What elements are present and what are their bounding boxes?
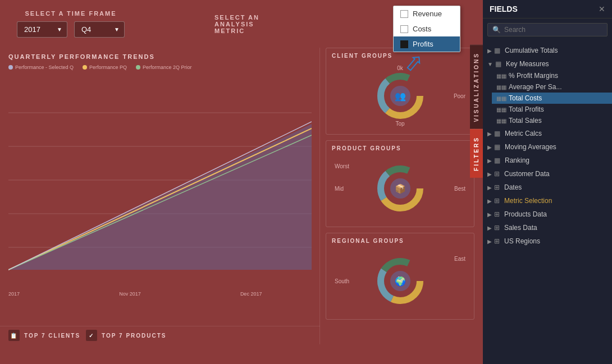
table-icon-pd: ⊞ <box>494 210 500 218</box>
client-groups: CLIENT GROUPS 0k Poor Top 👥 <box>326 48 474 135</box>
product-groups: PRODUCT GROUPS Worst Mid Best 📦 <box>326 140 474 227</box>
visualizations-tab[interactable]: VISUALIZATIONS <box>470 45 483 129</box>
field-group-metriccalcs-header[interactable]: ▶ ▦ Metric Calcs <box>483 127 612 140</box>
metric-section: SELECT ANANALYSISMETRIC <box>214 14 259 34</box>
expand-icon-sd: ▶ <box>487 225 492 231</box>
field-group-customerdata-header[interactable]: ▶ ⊞ Customer Data <box>483 168 612 180</box>
search-box: 🔍 <box>487 23 608 36</box>
timeframe-label: SELECT A TIME FRAME <box>25 10 116 17</box>
field-name-avg: Average Per Sa... <box>509 83 608 91</box>
revenue-checkbox <box>400 10 408 18</box>
x-label-0: 2017 <box>8 291 20 297</box>
fields-title: FIELDS <box>490 4 518 13</box>
metric-label: SELECT ANANALYSISMETRIC <box>214 14 259 34</box>
field-total-profits[interactable]: ▦▦ Total Profits <box>492 104 612 115</box>
costs-checkbox <box>400 25 408 33</box>
legend-dot-3 <box>136 65 140 70</box>
table-icon-ur: ⊞ <box>494 237 500 245</box>
time-frame-section: SELECT A TIME FRAME 2017 ▼ Q4 ▼ <box>17 10 125 38</box>
regional-groups: REGIONAL GROUPS South East 🌍 <box>326 233 474 320</box>
field-group-keymeasures: ▼ ▦ Key Measures ▦▦ % Profit Margins ▦▦ … <box>483 58 612 126</box>
table-icon-rk: ▦ <box>494 156 500 164</box>
performance-chart <box>8 73 312 287</box>
legend-item-3: Performance 2Q Prior <box>136 64 192 70</box>
client-donut: 0k Poor Top 👥 <box>332 62 468 130</box>
x-axis: 2017 Nov 2017 Dec 2017 <box>8 289 312 297</box>
table-icon-ms: ⊞ <box>494 197 500 205</box>
quarter-dropdown[interactable]: Q4 ▼ <box>74 21 125 38</box>
search-input[interactable] <box>504 26 602 34</box>
field-group-movingavg: ▶ ▦ Moving Averages <box>483 141 612 153</box>
regional-label-east: East <box>454 256 465 262</box>
field-icon-tp: ▦▦ <box>496 107 506 113</box>
bottom-products: ✓ TOP 7 PRODUCTS <box>86 330 166 341</box>
regional-label-south: South <box>335 278 349 284</box>
products-icon: ✓ <box>86 330 97 341</box>
field-group-customerdata-name: Customer Data <box>504 170 608 178</box>
fields-close-button[interactable]: ✕ <box>599 4 605 13</box>
metric-profits[interactable]: Profits <box>394 36 460 52</box>
field-group-ranking-header[interactable]: ▶ ▦ Ranking <box>483 154 612 167</box>
expand-icon-pd: ▶ <box>487 211 492 218</box>
bottom-row: 📋 TOP 7 CLIENTS ✓ TOP 7 PRODUCTS <box>0 326 320 344</box>
field-group-usregions-header[interactable]: ▶ ⊞ US Regions <box>483 235 612 247</box>
field-profit-margins[interactable]: ▦▦ % Profit Margins <box>492 70 612 81</box>
field-group-dates: ▶ ⊞ Dates <box>483 181 612 193</box>
x-label-2: Nov 2017 <box>119 291 141 297</box>
client-groups-title: CLIENT GROUPS <box>332 53 468 59</box>
filters-tab[interactable]: FILTERS <box>470 129 483 178</box>
table-icon-ma: ▦ <box>494 143 500 151</box>
side-tabs: VISUALIZATIONS FILTERS <box>470 45 483 178</box>
left-panel: SELECT A TIME FRAME 2017 ▼ Q4 ▼ SELECT A… <box>0 0 483 364</box>
field-group-salesdata-header[interactable]: ▶ ⊞ Sales Data <box>483 222 612 234</box>
client-label-bottom: Top <box>395 121 404 127</box>
field-group-cumulative-header[interactable]: ▶ ▦ Cumulative Totals <box>483 44 612 57</box>
right-section: CLIENT GROUPS 0k Poor Top 👥 PRODUCT GROU… <box>320 48 480 344</box>
product-groups-title: PRODUCT GROUPS <box>332 145 468 151</box>
profits-checkbox <box>400 40 408 48</box>
field-group-cumulative-name: Cumulative Totals <box>505 47 608 54</box>
expand-icon-km: ▼ <box>487 61 493 67</box>
field-group-ranking: ▶ ▦ Ranking <box>483 154 612 167</box>
field-name-tc: Total Costs <box>509 94 608 102</box>
field-group-movingavg-name: Moving Averages <box>505 143 608 151</box>
metric-costs[interactable]: Costs <box>394 21 460 36</box>
year-dropdown[interactable]: 2017 ▼ <box>17 21 67 38</box>
regional-groups-title: REGIONAL GROUPS <box>332 238 468 244</box>
legend-dot-1 <box>8 65 13 70</box>
field-avg-per-sale[interactable]: ▦▦ Average Per Sa... <box>492 81 612 93</box>
field-group-ranking-name: Ranking <box>505 156 608 164</box>
field-group-movingavg-header[interactable]: ▶ ▦ Moving Averages <box>483 141 612 153</box>
field-group-customerdata: ▶ ⊞ Customer Data <box>483 168 612 180</box>
field-name-tp: Total Profits <box>509 105 608 113</box>
field-group-keymeasures-header[interactable]: ▼ ▦ Key Measures <box>483 58 612 70</box>
key-measures-children: ▦▦ % Profit Margins ▦▦ Average Per Sa...… <box>483 70 612 126</box>
quarter-dropdown-arrow: ▼ <box>114 26 120 33</box>
legend-dot-2 <box>83 65 87 70</box>
field-group-metriccalcs-name: Metric Calcs <box>505 130 608 137</box>
main-content: QUARTERLY PERFORMANCE TRENDS Performance… <box>0 48 483 344</box>
clients-icon: 📋 <box>8 330 20 341</box>
field-group-metricselection-header[interactable]: ▶ ⊞ Metric Selection <box>483 195 612 207</box>
field-total-sales[interactable]: ▦▦ Total Sales <box>492 115 612 126</box>
dropdowns-row: 2017 ▼ Q4 ▼ <box>17 21 125 38</box>
field-icon-ts: ▦▦ <box>496 118 506 124</box>
product-donut-icon: 📦 <box>390 178 410 199</box>
expand-icon-cd: ▶ <box>487 171 492 177</box>
client-label-right: Poor <box>454 93 465 99</box>
product-label-worst: Worst <box>335 163 349 169</box>
bottom-clients: 📋 TOP 7 CLIENTS <box>8 330 80 341</box>
field-group-productsdata-header[interactable]: ▶ ⊞ Products Data <box>483 208 612 220</box>
field-group-dates-header[interactable]: ▶ ⊞ Dates <box>483 181 612 193</box>
field-total-costs[interactable]: ▦▦ Total Costs <box>492 93 612 104</box>
field-group-dates-name: Dates <box>504 183 608 191</box>
regional-donut: South East 🌍 <box>332 247 468 315</box>
fields-header: FIELDS ✕ <box>483 0 612 19</box>
metric-revenue[interactable]: Revenue <box>394 6 460 21</box>
table-icon-km: ▦ <box>495 60 501 68</box>
fields-panel: FIELDS ✕ 🔍 ▶ ▦ Cumulative Totals ▼ ▦ Key… <box>483 0 612 364</box>
fields-list: ▶ ▦ Cumulative Totals ▼ ▦ Key Measures ▦… <box>483 41 612 364</box>
expand-icon-dt: ▶ <box>487 185 492 191</box>
legend-item-2: Performance PQ <box>83 64 127 70</box>
expand-icon-ur: ▶ <box>487 238 492 245</box>
